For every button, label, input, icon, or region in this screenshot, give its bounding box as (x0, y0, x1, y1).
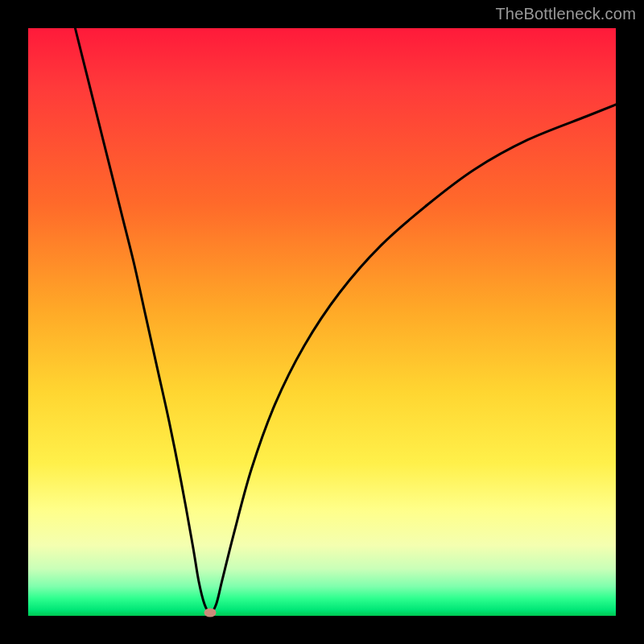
watermark-text: TheBottleneck.com (495, 5, 636, 23)
chart-frame: TheBottleneck.com (0, 0, 644, 644)
bottleneck-curve (75, 28, 616, 613)
optimal-point-marker (204, 609, 217, 617)
plot-area (28, 28, 616, 616)
curve-svg (28, 28, 616, 616)
